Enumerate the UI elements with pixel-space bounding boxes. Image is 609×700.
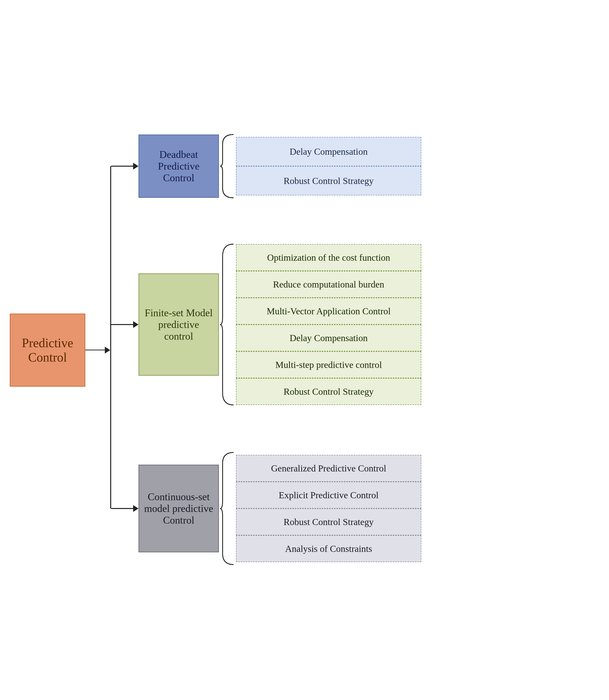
- continuous-brace: [219, 449, 236, 568]
- item-label: Optimization of the cost function: [267, 252, 390, 263]
- list-item: Robust Control Strategy: [236, 508, 421, 535]
- finite-connector: [111, 321, 138, 328]
- deadbeat-items: Delay Compensation Robust Control Strate…: [236, 137, 421, 195]
- branch-deadbeat: Deadbeat Predictive Control Delay Compen…: [111, 108, 599, 225]
- deadbeat-h-line: [111, 166, 133, 167]
- branches-wrapper: Deadbeat Predictive Control Delay Compen…: [111, 108, 599, 593]
- trunk-container: [110, 108, 111, 593]
- item-label: Reduce computational burden: [273, 279, 384, 290]
- trunk-branches: Deadbeat Predictive Control Delay Compen…: [110, 108, 599, 593]
- continuous-box: Continuous-set model predictive Control: [138, 465, 219, 552]
- item-label: Multi-step predictive control: [276, 359, 382, 370]
- list-item: Robust Control Strategy: [236, 378, 421, 405]
- branch-finite: Finite-set Model predictive control Opti…: [111, 225, 599, 425]
- finite-arrow: [133, 321, 138, 328]
- deadbeat-label: Deadbeat Predictive Control: [144, 149, 213, 184]
- root-label: Predictive Control: [15, 336, 80, 364]
- continuous-items: Generalized Predictive Control Explicit …: [236, 455, 421, 562]
- deadbeat-connector: [111, 163, 138, 169]
- continuous-connector: [111, 505, 138, 512]
- finite-items: Optimization of the cost function Reduce…: [236, 244, 421, 405]
- continuous-label: Continuous-set model predictive Control: [144, 491, 213, 526]
- list-item: Robust Control Strategy: [236, 166, 421, 195]
- root-arrow: [85, 108, 110, 593]
- diagram: Predictive Control Deadbeat Predictive: [10, 108, 599, 593]
- branch-continuous: Continuous-set model predictive Control …: [111, 425, 599, 593]
- item-label: Robust Control Strategy: [283, 386, 373, 397]
- item-label: Analysis of Constraints: [285, 543, 372, 554]
- root-node: Predictive Control: [10, 313, 85, 387]
- finite-label: Finite-set Model predictive control: [144, 307, 213, 342]
- deadbeat-arrow: [133, 163, 138, 169]
- list-item: Delay Compensation: [236, 137, 421, 166]
- list-item: Delay Compensation: [236, 325, 421, 351]
- root-arrow-line: [85, 349, 105, 351]
- deadbeat-brace: [219, 132, 236, 200]
- trunk-line: [110, 166, 111, 508]
- list-item: Reduce computational burden: [236, 271, 421, 298]
- finite-brace-items: Optimization of the cost function Reduce…: [219, 239, 421, 410]
- list-item: Multi-Vector Application Control: [236, 298, 421, 325]
- finite-h-line: [111, 324, 133, 325]
- finite-box: Finite-set Model predictive control: [138, 273, 219, 376]
- item-label: Explicit Predictive Control: [279, 490, 378, 500]
- item-label: Robust Control Strategy: [283, 176, 373, 186]
- list-item: Explicit Predictive Control: [236, 482, 421, 508]
- list-item: Multi-step predictive control: [236, 351, 421, 378]
- deadbeat-box: Deadbeat Predictive Control: [138, 134, 219, 198]
- item-label: Delay Compensation: [290, 333, 368, 343]
- item-label: Robust Control Strategy: [283, 517, 373, 527]
- list-item: Optimization of the cost function: [236, 244, 421, 271]
- root-section: Predictive Control: [10, 108, 85, 593]
- finite-brace: [219, 239, 236, 410]
- item-label: Generalized Predictive Control: [271, 463, 386, 474]
- list-item: Analysis of Constraints: [236, 535, 421, 562]
- item-label: Delay Compensation: [290, 146, 368, 157]
- deadbeat-brace-items: Delay Compensation Robust Control Strate…: [219, 132, 421, 200]
- continuous-brace-items: Generalized Predictive Control Explicit …: [219, 449, 421, 568]
- item-label: Multi-Vector Application Control: [267, 306, 391, 317]
- continuous-arrow: [133, 505, 138, 512]
- continuous-h-line: [111, 508, 133, 509]
- root-arrow-head: [105, 347, 110, 354]
- list-item: Generalized Predictive Control: [236, 455, 421, 482]
